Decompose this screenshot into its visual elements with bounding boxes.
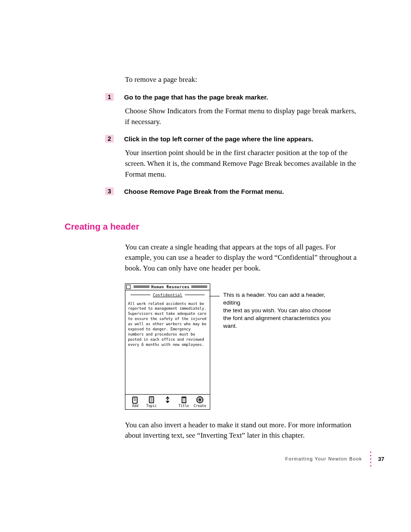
step-2: 2 Click in the top left corner of the pa… [105, 135, 359, 143]
step-1: 1 Go to the page that has the page break… [105, 93, 359, 102]
topic-icon [148, 396, 156, 404]
callout-line: This is a header. You can add a header, … [223, 292, 325, 306]
step-1-body: Choose Show Indicators from the Format m… [125, 106, 358, 127]
toolbar-label: Title [178, 404, 189, 408]
title-icon [180, 396, 188, 404]
callout-line: the font and alignment characteristics y… [223, 315, 330, 329]
illustration-row: Human Resources Confidential All work re… [125, 283, 411, 410]
step-2-body: Your insertion point should be in the fi… [125, 148, 358, 180]
header-intro: You can create a single heading that app… [125, 242, 358, 274]
callout-text: This is a header. You can add a header, … [223, 291, 344, 330]
svg-rect-1 [149, 396, 153, 402]
add-icon [131, 396, 139, 404]
window-title: Human Resources [151, 285, 190, 289]
step-number-badge: 1 [105, 93, 114, 101]
callout-line: the text as you wish. You can also choos… [223, 307, 331, 314]
toolbar-label: Add [132, 404, 138, 408]
post-illustration-text: You can also invert a header to make it … [125, 420, 358, 441]
titlebar-stripe [191, 286, 207, 288]
footer-section-title: Formatting Your Newton Book [285, 456, 362, 461]
header-rule [185, 295, 205, 295]
header-rule [131, 295, 150, 295]
section-heading: Creating a header [65, 221, 411, 232]
page-number: 37 [378, 456, 384, 462]
window-toolbar: Add Topic Title [125, 394, 210, 409]
document-header-row: Confidential [125, 290, 210, 299]
toolbar-nav [160, 396, 175, 408]
step-3: 3 Choose Remove Page Break from the Form… [105, 187, 359, 196]
step-number-badge: 2 [105, 135, 114, 143]
toolbar-add: Add [128, 396, 143, 408]
document-header-text: Confidential [153, 293, 183, 297]
nav-arrows-icon [164, 396, 171, 404]
step-title: Choose Remove Page Break from the Format… [124, 187, 359, 196]
newton-window: Human Resources Confidential All work re… [125, 283, 210, 410]
callout-leader-line [209, 296, 220, 296]
create-icon [196, 396, 204, 404]
toolbar-create: Create [193, 396, 207, 408]
toolbar-label: Topic [146, 404, 156, 408]
titlebar-stripe [134, 286, 149, 288]
step-title: Click in the top left corner of the page… [124, 135, 359, 143]
toolbar-topic: Topic [144, 396, 159, 408]
intro-text: To remove a page break: [125, 75, 358, 85]
document-body-text: All work related accidents must be repor… [125, 299, 210, 394]
page-footer: Formatting Your Newton Book 37 [285, 450, 384, 467]
step-title: Go to the page that has the page break m… [124, 93, 359, 102]
toolbar-label: Create [194, 404, 206, 408]
footer-dots-icon [370, 450, 371, 467]
step-number-badge: 3 [105, 187, 114, 195]
window-control-icon [126, 285, 131, 289]
window-titlebar: Human Resources [125, 284, 210, 290]
svg-rect-0 [133, 397, 137, 403]
svg-point-2 [167, 399, 168, 400]
toolbar-title: Title [177, 396, 191, 408]
